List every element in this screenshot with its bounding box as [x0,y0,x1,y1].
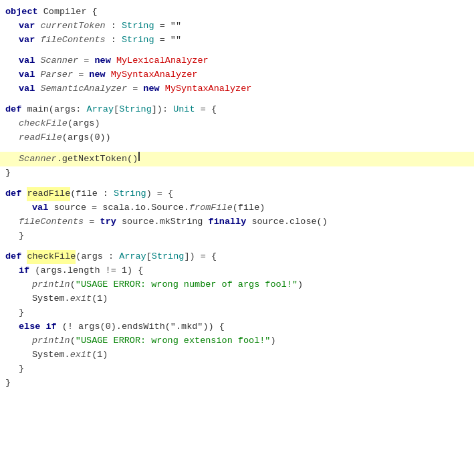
code-token: else [19,320,40,334]
code-line: } [0,376,474,390]
code-line: val Parser = new MySyntaxAnalyzer [0,68,474,82]
code-token: exit [70,292,92,306]
code-token: Array [87,103,114,117]
code-line: System.exit(1) [0,348,474,362]
code-token: = "" [154,19,182,33]
code-token: println [32,334,70,348]
code-token: val [19,54,35,68]
code-token: Scanner [40,54,78,68]
code-token: source.mkString [116,215,209,229]
code-token: } [19,229,24,243]
code-line: } [0,362,474,376]
code-line: else if (! args(0).endsWith(".mkd")) { [0,320,474,334]
code-token: String [122,19,154,33]
code-line: println("USAGE ERROR: wrong number of ar… [0,278,474,292]
code-token [21,250,27,264]
code-token: readFile [19,131,62,145]
code-line: if (args.length != 1) { [0,264,474,278]
code-token: Compiler { [38,5,98,19]
code-token: (args.length != 1) { [29,264,143,278]
code-line: val Scanner = new MyLexicalAnalyzer [0,54,474,68]
code-line: val source = scala.io.Source.fromFile(fi… [0,201,474,215]
code-token: def [5,250,21,264]
code-token: [ [146,250,152,264]
code-token: new [89,68,105,82]
code-token: ) [298,278,303,292]
code-token: if [19,264,29,278]
code-token: (args(0)) [62,131,111,145]
code-token: "USAGE ERROR: wrong number of args fool!… [76,278,298,292]
code-line: Scanner.getNextToken() [0,152,474,166]
code-line: } [0,306,474,320]
code-token [35,19,40,33]
code-token: var [19,33,35,47]
code-line [0,96,474,103]
code-line: } [0,166,474,181]
text-cursor [138,152,140,161]
code-token: checkFile [19,117,68,131]
code-token: exit [70,348,92,362]
code-token: Unit [173,103,195,117]
code-token: String [114,187,146,201]
code-token: ]): [152,103,173,117]
code-token: (! args(0).endsWith(" [57,320,176,334]
code-token: String [119,103,152,117]
code-token: : [106,33,122,47]
code-token [106,68,111,82]
code-line: val SemanticAnalyzer = new MySyntaxAnaly… [0,82,474,96]
code-token [35,33,40,47]
code-line: println("USAGE ERROR: wrong extension fo… [0,334,474,348]
code-token: (file : [70,187,114,201]
code-token: MyLexicalAnalyzer [116,54,209,68]
code-token: SemanticAnalyzer [40,82,127,96]
code-token: fromFile [189,201,233,215]
code-token: .mkd")) { [176,320,225,334]
code-token: object [5,5,38,19]
code-token: } [19,362,24,376]
code-token: Scanner [19,152,57,166]
code-token: fileContents [40,33,105,47]
code-line: readFile(args(0)) [0,131,474,145]
code-token: (1) [92,348,108,362]
code-token: MySyntaxAnalyzer [111,68,198,82]
code-token: = { [195,103,217,117]
code-token: (file) [233,201,265,215]
code-token: } [5,166,11,181]
code-line: checkFile(args) [0,117,474,131]
code-editor: object Compiler {var currentToken : Stri… [0,0,474,476]
code-token: def [5,187,21,201]
code-token: source.close() [246,215,328,229]
code-line: var fileContents : String = "" [0,33,474,47]
code-line: object Compiler { [0,5,474,19]
code-token [111,54,116,68]
code-token [40,320,45,334]
code-token: finally [209,215,247,229]
code-line: var currentToken : String = "" [0,19,474,33]
code-token: var [19,19,35,33]
code-line: } [0,229,474,243]
code-token: = "" [154,33,182,47]
code-token [35,82,40,96]
code-line [0,145,474,152]
code-token: = [73,68,89,82]
code-token: try [100,215,116,229]
code-token: println [32,278,70,292]
code-token [160,82,165,96]
code-token: currentToken [40,19,105,33]
code-token [35,68,40,82]
code-token: def [5,103,21,117]
code-token: .getNextToken() [57,152,138,166]
code-token: Parser [40,68,73,82]
code-token: System. [32,292,70,306]
code-token: (1) [92,292,108,306]
code-line [0,243,474,250]
code-token: main(args: [21,103,86,117]
code-line: def checkFile(args : Array[String]) = { [0,250,474,264]
code-line: def main(args: Array[String]): Unit = { [0,103,474,117]
code-token: ) [270,334,275,348]
code-token: checkFile [27,250,76,264]
code-token: (args : [76,250,119,264]
code-token: String [152,250,185,264]
code-token: String [122,33,154,47]
code-line: System.exit(1) [0,292,474,306]
